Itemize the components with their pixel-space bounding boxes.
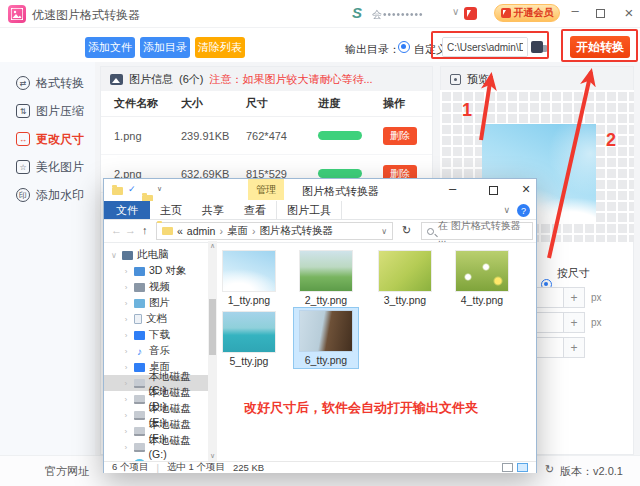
address-bar: ← → ↑ « admin › 桌面 › 图片格式转换器 ∨ ↻ 在 图片格式转… [104, 220, 536, 243]
progress-bar [318, 169, 362, 178]
qat-check-icon[interactable]: ✓ [128, 184, 136, 194]
file-item[interactable]: 2_tty.png [294, 251, 358, 306]
file-item-selected[interactable]: 6_tty.png [293, 307, 359, 369]
plus-button[interactable]: + [563, 337, 585, 358]
file-item[interactable]: 3_tty.png [373, 251, 437, 306]
chevron-right-icon[interactable]: › [122, 363, 130, 372]
chevron-right-icon[interactable]: › [122, 331, 130, 340]
music-icon: ♪ [134, 346, 145, 357]
chevron-right-icon[interactable]: › [122, 443, 130, 452]
tab-share[interactable]: 共享 [192, 201, 234, 219]
chevron-right-icon[interactable]: › [122, 267, 130, 276]
tree-item-this-pc[interactable]: ∨ 此电脑 [104, 247, 208, 263]
tree-item-drive-g[interactable]: › 本地磁盘 (G:) [104, 439, 208, 455]
sidebar-item-compress[interactable]: ⇅ 图片压缩 [16, 102, 84, 120]
close-button[interactable]: × [620, 4, 638, 24]
chevron-right-icon[interactable]: › [122, 427, 130, 436]
file-panel-count: (6个) [179, 72, 203, 87]
tree-item-pictures[interactable]: › 图片 [104, 295, 208, 311]
account-chevron-down-icon[interactable]: ∨ [452, 6, 459, 17]
file-thumbnail [379, 251, 431, 291]
manage-contextual-tab[interactable]: 管理 [248, 179, 284, 200]
custom-output-radio[interactable] [398, 41, 410, 53]
address-dropdown-icon[interactable]: ∨ [381, 227, 387, 236]
scroll-down-icon[interactable]: ∨ [208, 452, 217, 460]
tab-home[interactable]: 主页 [150, 201, 192, 219]
sidebar-item-format-convert[interactable]: ⇄ 格式转换 [16, 74, 84, 92]
refresh-icon[interactable]: ↻ [402, 224, 411, 237]
details-view-icon[interactable] [502, 463, 513, 472]
chevron-down-icon[interactable]: ∨ [110, 251, 118, 260]
output-dir-label: 输出目录： [345, 42, 400, 57]
downloads-icon [134, 331, 145, 340]
delete-button[interactable]: 删除 [383, 127, 417, 145]
file-panel-header: 图片信息 (6个) 注意：如果图片较大请耐心等待... [101, 67, 432, 91]
qat-folder-icon[interactable] [112, 187, 123, 195]
plus-button[interactable]: + [563, 312, 585, 333]
back-icon[interactable]: ← [111, 224, 122, 236]
sidebar-item-beautify[interactable]: ☆ 美化图片 [16, 158, 84, 176]
search-icon [427, 228, 434, 235]
minimize-button[interactable]: – [566, 3, 584, 23]
thumbnail-view-icon[interactable] [517, 463, 528, 472]
tab-view[interactable]: 查看 [234, 201, 276, 219]
browse-folder-button[interactable] [531, 41, 543, 53]
file-item[interactable]: 4_tty.png [450, 251, 514, 306]
search-box[interactable]: 在 图片格式转换器 ... [421, 222, 533, 240]
file-item[interactable]: 5_tty.jpg [217, 312, 281, 367]
file-item[interactable]: 1_tty.png [217, 251, 281, 306]
chevron-right-icon[interactable]: › [122, 395, 130, 404]
qat-dropdown-icon[interactable]: ∨ [157, 185, 162, 193]
breadcrumb[interactable]: « admin › 桌面 › 图片格式转换器 ∨ [156, 222, 393, 240]
explorer-minimize-button[interactable]: – [449, 181, 456, 196]
crumb[interactable]: 图片格式转换器 [259, 224, 333, 238]
help-icon[interactable]: ? [517, 204, 530, 217]
tree-item-documents[interactable]: › 文档 [104, 311, 208, 327]
crumb[interactable]: admin [187, 225, 216, 237]
tab-file[interactable]: 文件 [104, 201, 150, 219]
explorer-maximize-button[interactable] [489, 186, 498, 195]
drive-icon [134, 395, 145, 404]
scroll-up-icon[interactable]: ∧ [208, 242, 217, 250]
chevron-right-icon[interactable]: › [122, 315, 130, 324]
computer-icon [122, 251, 133, 260]
tree-item-downloads[interactable]: › 下载 [104, 327, 208, 343]
scrollbar-thumb[interactable] [209, 299, 216, 355]
plus-button[interactable]: + [563, 287, 585, 308]
chevron-right-icon[interactable]: › [122, 379, 130, 388]
beautify-icon: ☆ [16, 160, 30, 174]
chevron-right-icon[interactable]: › [122, 347, 130, 356]
tree-item-music[interactable]: › ♪ 音乐 [104, 343, 208, 359]
ribbon-collapse-icon[interactable]: ∨ [503, 205, 510, 215]
refresh-icon[interactable]: ↻ [545, 463, 554, 476]
tab-picture-tools[interactable]: 图片工具 [276, 201, 342, 219]
output-path-input[interactable] [443, 38, 527, 56]
up-icon[interactable]: ↑ [142, 224, 148, 236]
forward-icon[interactable]: → [125, 224, 136, 236]
vip-button[interactable]: 开通会员 [494, 4, 560, 22]
drive-icon [134, 379, 145, 388]
add-directory-button[interactable]: 添加目录 [140, 37, 190, 58]
crumb[interactable]: 桌面 [227, 224, 248, 238]
start-convert-button[interactable]: 开始转换 [570, 36, 630, 58]
tree-item-3d-objects[interactable]: › 3D 对象 [104, 263, 208, 279]
tree-scrollbar[interactable]: ∧ ∨ [208, 241, 217, 461]
clear-list-button[interactable]: 清除列表 [195, 37, 245, 58]
chevron-right-icon[interactable]: › [122, 411, 130, 420]
explorer-close-button[interactable]: × [522, 181, 530, 197]
table-row: 1.png 239.91KB 762*474 删除 [101, 117, 432, 155]
sidebar-item-resize[interactable]: ↔ 更改尺寸 [16, 130, 84, 148]
chevron-right-icon[interactable]: › [122, 283, 130, 292]
chevron-right-icon[interactable]: › [122, 299, 130, 308]
explorer-title: 图片格式转换器 [302, 184, 379, 199]
documents-icon [134, 314, 142, 324]
table-header: 文件名称 大小 尺寸 进度 操作 [101, 91, 432, 117]
file-name: 1.png [114, 130, 181, 142]
app-logo-icon [8, 5, 26, 23]
picture-info-icon [110, 74, 123, 85]
maximize-button[interactable] [596, 9, 605, 18]
add-file-button[interactable]: 添加文件 [85, 37, 135, 58]
sidebar-item-watermark[interactable]: 印 添加水印 [16, 186, 84, 204]
website-link[interactable]: 官方网址 [45, 464, 89, 479]
tree-item-videos[interactable]: › 视频 [104, 279, 208, 295]
